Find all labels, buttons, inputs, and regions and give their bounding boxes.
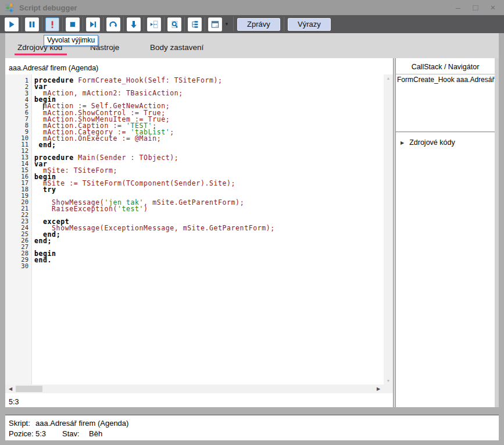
expressions-button[interactable]: Výrazy <box>288 18 331 31</box>
status-row-script: Skript: aaa.Adresář firem (Agenda) <box>9 419 495 428</box>
code-line[interactable]: RaiseException('test') <box>34 206 384 212</box>
stop-button[interactable] <box>66 17 80 31</box>
code-line[interactable] <box>34 264 384 270</box>
script-debugger-window: Script debugger – □ × ▼ZprávyVýrazy Zdro… <box>0 0 504 445</box>
find-icon <box>170 20 179 29</box>
toolbar-separator <box>184 17 185 31</box>
run-to-cursor-button[interactable] <box>147 17 161 31</box>
window-icon <box>210 20 220 29</box>
play-icon <box>7 20 16 29</box>
vertical-scrollbar[interactable]: ▲ ▼ <box>384 74 393 385</box>
step-next-button[interactable] <box>86 17 100 31</box>
navigator-tree: ▶Zdrojové kódy <box>396 133 495 147</box>
code-line[interactable]: end. <box>34 257 384 264</box>
minimize-button[interactable]: – <box>453 2 463 13</box>
horizontal-scrollbar[interactable]: ◀ ▶ <box>5 385 384 393</box>
step-over-button[interactable] <box>106 17 120 31</box>
code-line[interactable]: try <box>34 187 384 193</box>
code-editor[interactable]: procedure FormCreate_Hook(Self: TSiteFor… <box>32 74 384 385</box>
run-button[interactable] <box>5 17 19 31</box>
toolbar-separator <box>83 17 83 31</box>
app-sliders-icon <box>5 3 15 13</box>
code-line[interactable]: mAction, mAction2: TBasicAction; <box>34 90 384 97</box>
toolbar-separator <box>62 17 63 31</box>
hscroll-row: ◀ ▶ <box>5 385 393 393</box>
toolbar-separator <box>205 17 205 31</box>
code-line[interactable] <box>34 212 384 219</box>
callstack-item[interactable]: FormCreate_Hook aaa.Adresář fire <box>396 74 495 84</box>
step-into-icon <box>129 20 138 29</box>
code-line[interactable]: end; <box>34 142 384 148</box>
script-value: aaa.Adresář firem (Agenda) <box>35 419 128 428</box>
toolbar-separator <box>144 17 144 31</box>
code-line[interactable]: mSite: TSiteForm; <box>34 168 384 174</box>
scroll-down-icon[interactable]: ▼ <box>387 379 391 383</box>
tree-item-zdrojov-k-dy[interactable]: ▶Zdrojové kódy <box>396 133 495 147</box>
stop-icon <box>68 20 77 29</box>
active-tab-underline <box>15 54 67 55</box>
windows-button[interactable] <box>208 17 222 31</box>
code-line[interactable]: end; <box>34 232 384 238</box>
step-next-icon <box>88 20 98 29</box>
position-value: 5:3 <box>35 429 62 438</box>
tab-bar: Zdrojový kód Nástroje Body zastavení Vyv… <box>5 33 499 58</box>
scroll-right-icon[interactable]: ▶ <box>373 386 384 391</box>
code-line[interactable]: ShowMessage(ExceptionMessage, mSite.GetP… <box>34 225 384 232</box>
code-line[interactable]: procedure Main(Sender : TObject); <box>34 155 384 161</box>
scroll-left-icon[interactable]: ◀ <box>5 386 16 391</box>
maximize-button[interactable]: □ <box>470 2 481 13</box>
run-to-cursor-icon <box>149 20 159 29</box>
main-content: aaa.Adresář firem (Agenda) 1234567891011… <box>5 58 499 407</box>
toolbar-separator <box>123 17 124 31</box>
pause-icon <box>27 20 37 29</box>
line-number-gutter: 1234567891011121314151617181920212223242… <box>5 74 32 385</box>
code-line[interactable] <box>34 244 384 251</box>
titlebar: Script debugger – □ × <box>0 0 504 15</box>
toolbar-separator <box>284 17 284 31</box>
tab-breakpoints[interactable]: Body zastavení <box>150 43 203 52</box>
state-label: Stav: <box>62 429 89 438</box>
tooltip: Vyvolat výjimku <box>44 35 98 46</box>
callstack-header: CallStack / Navigátor <box>396 58 495 74</box>
window-title: Script debugger <box>19 3 77 12</box>
toolbar-separator <box>22 17 22 31</box>
cursor-position: 5:3 <box>5 393 393 406</box>
scrollbar-corner <box>384 385 393 393</box>
toolbar-separator <box>103 17 103 31</box>
position-label: Pozice: <box>9 429 35 438</box>
script-title: aaa.Adresář firem (Agenda) <box>5 58 393 74</box>
messages-button[interactable]: Zprávy <box>237 18 280 31</box>
script-structure-button[interactable] <box>188 17 202 31</box>
scrollbar-thumb[interactable] <box>16 386 42 392</box>
code-area: 1234567891011121314151617181920212223242… <box>5 74 393 385</box>
window-controls: – □ × <box>453 2 498 13</box>
toolbar-separator <box>42 17 42 31</box>
step-over-icon <box>109 20 118 29</box>
expander-icon[interactable]: ▶ <box>401 140 404 145</box>
editor-pane: aaa.Adresář firem (Agenda) 1234567891011… <box>5 58 393 407</box>
code-line[interactable]: procedure FormCreate_Hook(Self: TSiteFor… <box>34 77 384 84</box>
code-line[interactable]: begin <box>34 251 384 257</box>
code-line[interactable]: mAction.OnExecute := @Main; <box>34 136 384 142</box>
scroll-up-icon[interactable]: ▲ <box>387 76 391 80</box>
state-value: Běh <box>89 429 102 438</box>
close-button[interactable]: × <box>488 2 498 13</box>
pause-button[interactable] <box>25 17 39 31</box>
step-into-button[interactable] <box>127 17 141 31</box>
toolbar-separator <box>164 17 165 31</box>
callstack-list: FormCreate_Hook aaa.Adresář fire <box>396 74 495 130</box>
status-row-position: Pozice: 5:3 Stav: Běh <box>9 429 495 438</box>
tree-icon <box>190 20 199 29</box>
tree-item-label: Zdrojové kódy <box>409 138 455 147</box>
status-panel: Skript: aaa.Adresář firem (Agenda) Pozic… <box>5 415 499 440</box>
code-line[interactable]: end; <box>34 238 384 244</box>
script-label: Skript: <box>9 419 35 428</box>
code-line[interactable]: mSite := TSiteForm(TComponent(Sender).Si… <box>34 180 384 187</box>
raise-exception-button[interactable] <box>45 17 59 31</box>
line-number: 30 <box>5 263 31 269</box>
chevron-down-icon[interactable]: ▼ <box>224 22 229 27</box>
window-frame: Zdrojový kód Nástroje Body zastavení Vyv… <box>0 33 504 445</box>
debug-toolbar: ▼ZprávyVýrazy <box>0 15 504 33</box>
callstack-panel: CallStack / Navigátor FormCreate_Hook aa… <box>396 58 495 407</box>
find-in-script-button[interactable] <box>167 17 181 31</box>
